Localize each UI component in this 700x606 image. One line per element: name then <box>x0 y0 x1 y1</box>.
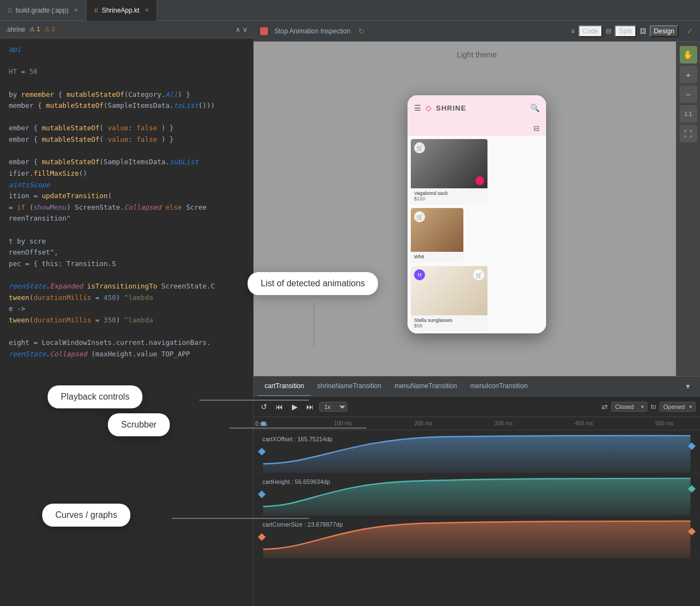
curve-label-1: cartXOffset : 165.75214dp <box>262 436 332 442</box>
error-badge: ⚠ 2 <box>44 26 55 33</box>
product-name-2: Stella sunglasses <box>414 318 484 323</box>
code-line: ember { mutableStateOf( value: false ) } <box>9 123 253 134</box>
code-line: ember { mutableStateOf( value: false ) } <box>9 134 253 146</box>
phone-filter-bar: ⊟ <box>408 120 546 136</box>
code-line: by remember { mutableStateOf(Category.Al… <box>9 89 253 101</box>
timeline-area: 0 ms 100 ms 200 ms 300 ms 400 ms 500 ms … <box>254 417 700 606</box>
ruler-tick-200: 200 ms <box>414 420 432 426</box>
curve-row-cartheight: cartHeight : 56.659634dp <box>254 473 700 516</box>
product-price-2: $58 <box>414 323 484 328</box>
code-line: aintsScope <box>9 180 253 191</box>
tab-gradle-close[interactable]: ✕ <box>74 7 78 13</box>
ruler-tick-300: 300 ms <box>495 420 513 426</box>
from-state-select[interactable]: Closed Opened <box>611 402 647 412</box>
design-mode-button[interactable]: Design <box>650 25 679 37</box>
partial-product-name: Whit <box>414 254 460 259</box>
product-card-2: M 🛒 Stella sunglasses $58 <box>411 266 487 332</box>
to-state-select[interactable]: Opened Closed <box>659 402 696 412</box>
stop-button[interactable] <box>260 27 268 35</box>
tab-shrine-close[interactable]: ✕ <box>145 7 149 13</box>
code-line: HT = 56 <box>9 66 253 78</box>
view-modes: ≡ Code ⊟ Split 🖼 Design ✓ <box>571 25 693 37</box>
code-line <box>9 112 253 123</box>
preview-area: Light theme ☰ ◇ SHRINE 🔍 ⊟ 🛒 <box>254 42 700 376</box>
product-card-accessory: 🛒 Whit <box>411 208 463 263</box>
code-mode-button[interactable]: Code <box>578 25 603 37</box>
tab-menuicon-transition[interactable]: menuIconTransition <box>463 377 534 396</box>
play-button[interactable]: ▶ <box>289 401 301 413</box>
phone-menu-icon: ☰ <box>414 103 421 112</box>
right-panel: Stop Animation Inspection ↻ ≡ Code ⊟ Spl… <box>254 21 700 606</box>
curve-label-2: cartHeight : 56.659634dp <box>262 478 330 485</box>
hand-tool-button[interactable]: ✋ <box>680 46 697 64</box>
animation-tabs: cartTransition shrineNameTransition menu… <box>254 377 700 396</box>
product-info-1: Vagabond sack $120 <box>411 188 487 205</box>
heart-dot-1 <box>475 176 484 185</box>
user-avatar-dot: M <box>414 269 425 280</box>
code-line: tween(durationMillis = 350) ^lambda <box>9 315 253 326</box>
tab-cart-transition[interactable]: cartTransition <box>258 377 311 396</box>
ruler-tick-500: 500 ms <box>656 420 674 426</box>
product-img-accessory: 🛒 <box>411 208 463 252</box>
code-line: pec = { this: Transition.S <box>9 258 253 270</box>
to-state-wrapper: Opened Closed <box>659 401 696 412</box>
animation-panel: cartTransition shrineNameTransition menu… <box>254 376 700 606</box>
skip-fwd-button[interactable]: ⏭ <box>304 401 316 413</box>
phone-brand: SHRINE <box>436 104 466 112</box>
zoom-in-button[interactable]: + <box>680 66 697 83</box>
nav-up-button[interactable]: ∧ <box>236 26 240 33</box>
zoom-out-button[interactable]: − <box>680 85 697 103</box>
tab-gradle[interactable]: G build.gradle (:app) ✕ <box>0 0 87 21</box>
tabs-expand-arrow[interactable]: ▼ <box>680 383 696 390</box>
code-line <box>9 55 253 67</box>
theme-label: Light theme <box>457 50 497 59</box>
code-content: api HT = 56 by remember { mutableStateOf… <box>0 38 253 606</box>
code-editor: .shrine ⚠ 1 ⚠ 2 ∧ ∨ api HT = 56 by remem… <box>0 21 254 606</box>
tab-menu-transition[interactable]: menuNameTransition <box>388 377 463 396</box>
code-line: member { mutableStateOf(SampleItemsData.… <box>9 100 253 112</box>
menu-tab-label: menuNameTransition <box>394 382 457 390</box>
phone-content: 🛒 Vagabond sack $120 🛒 <box>408 136 546 333</box>
warning-badge: ⚠ 1 <box>30 26 40 33</box>
tab-shrine-label: ShrineApp.kt <box>102 7 140 14</box>
product-price-1: $120 <box>414 196 484 201</box>
code-line: reenOffset", <box>9 247 253 258</box>
split-mode-button[interactable]: Split <box>615 25 636 37</box>
code-line: tween(durationMillis = 450) ^lambda <box>9 292 253 304</box>
state-controls: ⇄ Closed Opened to Opened Closed <box>601 401 696 412</box>
timeline-ruler: 0 ms 100 ms 200 ms 300 ms 400 ms 500 ms <box>254 417 700 430</box>
speed-select[interactable]: 1x 0.5x 2x <box>319 402 347 412</box>
product-info-partial: Whit <box>411 252 463 263</box>
rewind-button[interactable]: ↺ <box>258 401 270 413</box>
code-line: reenTransition" <box>9 213 253 224</box>
code-line <box>9 78 253 89</box>
menuicon-tab-label: menuIconTransition <box>470 382 527 390</box>
preview-right-controls: ✋ + − 1:1 ⛶ <box>676 42 700 376</box>
code-line <box>9 224 253 236</box>
product-info-2: Stella sunglasses $58 <box>411 315 487 332</box>
code-line <box>9 270 253 281</box>
ruler-tick-400: 400 ms <box>575 420 593 426</box>
speed-wrapper: 1x 0.5x 2x <box>319 401 347 412</box>
product-img-2: M 🛒 <box>411 266 487 315</box>
code-line <box>9 146 253 157</box>
tab-shrine[interactable]: K ShrineApp.kt ✕ <box>87 0 157 21</box>
breadcrumb: .shrine <box>5 26 25 33</box>
transfer-icon[interactable]: ⇄ <box>601 402 608 411</box>
curve-label-3: cartCornerSize : 23.678877dp <box>262 521 343 528</box>
playback-row: ↺ ⏮ ▶ ⏭ 1x 0.5x 2x ⇄ Closed O <box>254 396 700 417</box>
tab-shrine-transition[interactable]: shrineNameTransition <box>311 377 388 396</box>
nav-down-button[interactable]: ∨ <box>243 26 248 33</box>
product-card-1: 🛒 Vagabond sack $120 <box>411 139 487 205</box>
refresh-icon[interactable]: ↻ <box>358 27 365 36</box>
ruler-tick-100: 100 ms <box>334 420 352 426</box>
code-line: ifier.fillMaxSize() <box>9 168 253 180</box>
fit-ratio-button[interactable]: 1:1 <box>680 105 697 123</box>
expand-button[interactable]: ⛶ <box>680 125 697 142</box>
editor-nav-arrows: ∧ ∨ <box>236 26 248 33</box>
code-line: reenState.Collapsed (maxHeight.value TOP… <box>9 349 253 360</box>
curve-row-cartxoffset: cartXOffset : 165.75214dp <box>254 430 700 473</box>
cart-overlay-2: 🛒 <box>473 269 484 280</box>
kotlin-icon: K <box>94 7 98 14</box>
skip-back-button[interactable]: ⏮ <box>273 401 285 413</box>
